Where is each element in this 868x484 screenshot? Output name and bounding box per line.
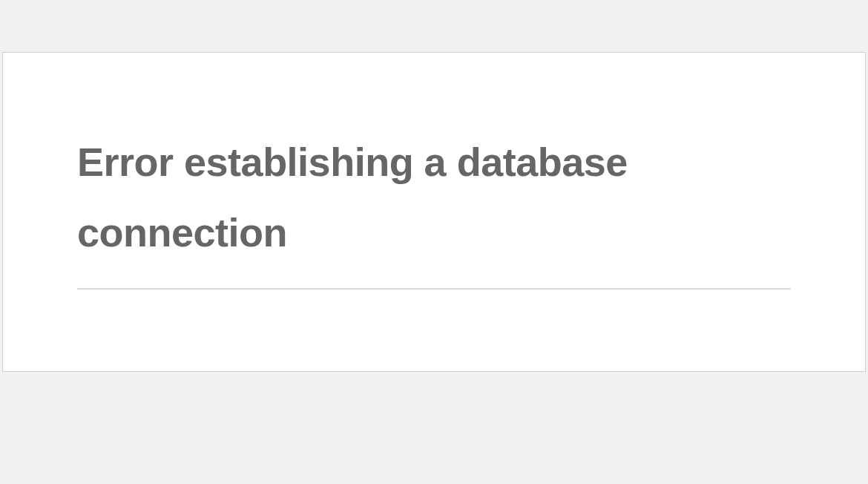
- error-card: Error establishing a database connection: [2, 52, 866, 372]
- error-heading: Error establishing a database connection: [77, 127, 791, 290]
